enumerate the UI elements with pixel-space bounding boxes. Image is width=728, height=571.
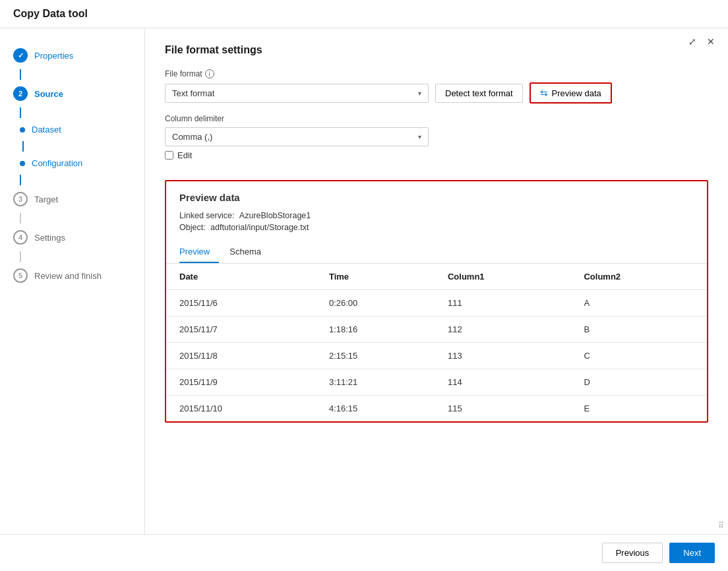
step-circle-target: 3: [13, 192, 28, 206]
sidebar-item-settings[interactable]: 4 Settings: [0, 224, 144, 251]
object-label: Object:: [179, 223, 206, 232]
cell-r1-c0: 2015/11/7: [166, 316, 316, 343]
cell-r4-c0: 2015/11/10: [166, 396, 316, 422]
connector-settings-review: [20, 251, 21, 262]
linked-service-row: Linked service: AzureBlobStorage1: [179, 211, 694, 220]
panel-controls: ⤢ ✕: [686, 35, 717, 48]
sidebar-label-properties: Properties: [34, 51, 73, 61]
bottom-bar: Previous Next: [0, 534, 728, 571]
object-value: adftutorial/input/Storage.txt: [210, 223, 309, 232]
step-circle-settings: 4: [13, 230, 28, 245]
previous-button[interactable]: Previous: [602, 543, 663, 563]
cell-r4-c1: 4:16:15: [316, 396, 435, 422]
dot-dataset: [20, 127, 25, 133]
edit-checkbox-row: Edit: [165, 150, 708, 160]
sidebar-label-settings: Settings: [34, 233, 65, 243]
connector-target-settings: [20, 213, 21, 224]
table-header-row: Date Time Column1 Column2: [166, 264, 707, 290]
sidebar-label-review: Review and finish: [34, 271, 102, 281]
preview-data-panel: Preview data Linked service: AzureBlobSt…: [165, 180, 708, 423]
sidebar-label-dataset: Dataset: [32, 125, 61, 135]
main-content: ✓ Properties 2 Source Dataset Configurat…: [0, 28, 728, 534]
table-row: 2015/11/93:11:21114D: [166, 369, 707, 396]
cell-r3-c1: 3:11:21: [316, 369, 435, 396]
col-header-date: Date: [166, 264, 316, 290]
sidebar-label-configuration: Configuration: [32, 158, 82, 168]
object-row: Object: adftutorial/input/Storage.txt: [179, 223, 694, 232]
linked-service-value: AzureBlobStorage1: [239, 211, 311, 220]
preview-tabs: Preview Schema: [166, 241, 707, 264]
main-area: File format settings File format i Text …: [145, 28, 728, 534]
sidebar-item-dataset[interactable]: Dataset: [0, 118, 144, 141]
linked-service-label: Linked service:: [179, 211, 234, 220]
sidebar-label-target: Target: [34, 195, 58, 204]
cell-r0-c2: 111: [435, 290, 571, 316]
sidebar-item-properties[interactable]: ✓ Properties: [0, 42, 144, 69]
step-circle-properties: ✓: [13, 48, 28, 63]
cell-r0-c1: 0:26:00: [316, 290, 435, 316]
cell-r2-c0: 2015/11/8: [166, 343, 316, 369]
column-delimiter-chevron-icon: ▾: [418, 133, 421, 140]
cell-r1-c1: 1:18:16: [316, 316, 435, 343]
cell-r0-c3: A: [570, 290, 707, 316]
column-delimiter-label: Column delimiter: [165, 114, 708, 123]
step-circle-source: 2: [13, 86, 28, 101]
cell-r4-c3: E: [570, 396, 707, 422]
sidebar-item-configuration[interactable]: Configuration: [0, 152, 144, 175]
sidebar-item-review[interactable]: 5 Review and finish: [0, 262, 144, 289]
column-delimiter-select[interactable]: Comma (,) ▾: [165, 127, 429, 146]
file-format-select[interactable]: Text format ▾: [165, 84, 429, 103]
file-format-group: File format i Text format ▾ Detect text …: [165, 69, 708, 104]
table-row: 2015/11/82:15:15113C: [166, 343, 707, 369]
cell-r0-c0: 2015/11/6: [166, 290, 316, 316]
sidebar: ✓ Properties 2 Source Dataset Configurat…: [0, 28, 145, 534]
cell-r1-c3: B: [570, 316, 707, 343]
cell-r4-c2: 115: [435, 396, 571, 422]
cell-r3-c3: D: [570, 369, 707, 396]
edit-checkbox-label: Edit: [177, 150, 192, 160]
sidebar-label-source: Source: [34, 89, 63, 99]
edit-checkbox[interactable]: [165, 151, 173, 160]
table-row: 2015/11/104:16:15115E: [166, 396, 707, 422]
connector-properties-source: [20, 69, 21, 80]
preview-data-icon: ⇆: [540, 88, 548, 98]
dot-configuration: [20, 161, 25, 166]
sidebar-item-source[interactable]: 2 Source: [0, 80, 144, 107]
preview-table: Date Time Column1 Column2 2015/11/60:26:…: [166, 264, 707, 421]
connector-dataset-config: [22, 141, 24, 152]
cell-r2-c2: 113: [435, 343, 571, 369]
tab-schema[interactable]: Schema: [229, 241, 270, 263]
section-title: File format settings: [165, 44, 708, 56]
col-header-time: Time: [316, 264, 435, 290]
step-circle-review: 5: [13, 268, 28, 283]
preview-data-button[interactable]: ⇆ Preview data: [530, 82, 612, 104]
cell-r3-c2: 114: [435, 369, 571, 396]
cell-r1-c2: 112: [435, 316, 571, 343]
cell-r2-c1: 2:15:15: [316, 343, 435, 369]
column-delimiter-group: Column delimiter Comma (,) ▾ Edit: [165, 114, 708, 160]
table-row: 2015/11/71:18:16112B: [166, 316, 707, 343]
preview-data-header: Preview data Linked service: AzureBlobSt…: [166, 181, 707, 232]
sidebar-item-target[interactable]: 3 Target: [0, 185, 144, 213]
table-row: 2015/11/60:26:00111A: [166, 290, 707, 316]
connector-source-dataset: [20, 107, 21, 118]
file-format-row: Text format ▾ Detect text format ⇆ Previ…: [165, 82, 708, 104]
cell-r3-c0: 2015/11/9: [166, 369, 316, 396]
app-title: Copy Data tool: [13, 8, 88, 19]
cell-r2-c3: C: [570, 343, 707, 369]
connector-source-target: [20, 175, 21, 185]
tab-preview[interactable]: Preview: [179, 241, 219, 263]
close-button[interactable]: ✕: [704, 35, 717, 48]
app-header: Copy Data tool: [0, 0, 728, 28]
file-format-label: File format i: [165, 69, 708, 78]
file-format-info-icon[interactable]: i: [205, 69, 214, 78]
col-header-column1: Column1: [435, 264, 571, 290]
col-header-column2: Column2: [570, 264, 707, 290]
expand-button[interactable]: ⤢: [686, 35, 699, 48]
file-format-chevron-icon: ▾: [418, 90, 421, 97]
resize-handle-icon: ⠿: [718, 521, 724, 530]
preview-data-title: Preview data: [179, 192, 694, 203]
next-button[interactable]: Next: [669, 543, 715, 563]
detect-text-format-button[interactable]: Detect text format: [435, 84, 523, 103]
